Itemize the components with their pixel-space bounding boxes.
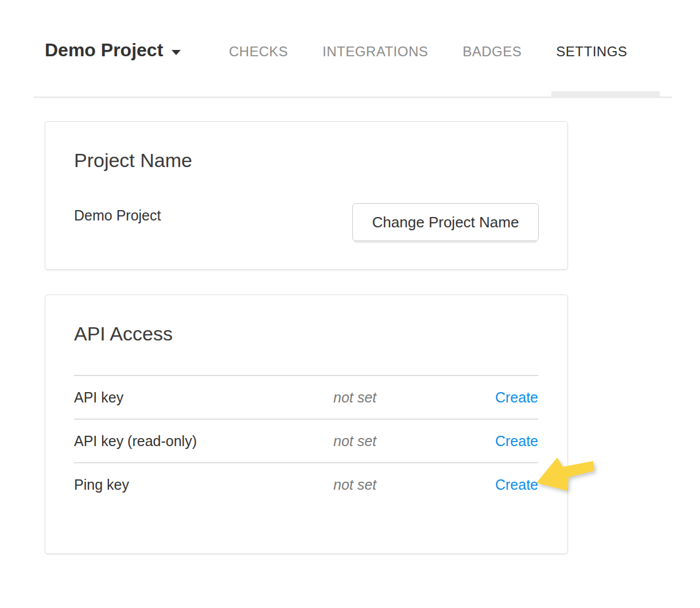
key-label: Ping key bbox=[74, 477, 333, 493]
project-settings-page: Demo Project CHECKSINTEGRATIONSBADGESSET… bbox=[0, 0, 700, 608]
api-access-card-title: API Access bbox=[74, 324, 173, 343]
project-switcher-dropdown[interactable]: Demo Project bbox=[45, 40, 181, 60]
tab-checks[interactable]: CHECKS bbox=[229, 44, 288, 59]
api-access-card: API Access API key not set Create API ke… bbox=[45, 295, 568, 554]
current-project-name: Demo Project bbox=[74, 207, 161, 224]
key-value: not set bbox=[333, 433, 495, 450]
tab-badges[interactable]: BADGES bbox=[462, 44, 522, 59]
project-name-card-title: Project Name bbox=[74, 150, 192, 170]
tab-integrations[interactable]: INTEGRATIONS bbox=[322, 44, 428, 59]
key-value: not set bbox=[333, 389, 495, 406]
tab-settings[interactable]: SETTINGS bbox=[556, 44, 627, 59]
table-row: Ping key not set Create bbox=[74, 462, 538, 506]
create-link-api-key[interactable]: Create bbox=[495, 389, 538, 406]
key-value: not set bbox=[333, 477, 495, 493]
page-title: Demo Project bbox=[45, 40, 163, 60]
create-link-ping-key[interactable]: Create bbox=[495, 477, 538, 493]
table-row: API key not set Create bbox=[74, 375, 538, 419]
table-row: API key (read-only) not set Create bbox=[74, 419, 538, 462]
project-name-card: Project Name Demo Project Change Project… bbox=[45, 121, 568, 270]
caret-down-icon bbox=[172, 50, 181, 55]
key-label: API key (read-only) bbox=[74, 433, 333, 450]
api-access-table: API key not set Create API key (read-onl… bbox=[74, 375, 538, 506]
create-link-api-key-read-only[interactable]: Create bbox=[495, 433, 538, 450]
change-project-name-button[interactable]: Change Project Name bbox=[352, 203, 539, 241]
project-tabs: CHECKSINTEGRATIONSBADGESSETTINGS bbox=[229, 44, 627, 59]
highlight-arrow-icon bbox=[533, 454, 597, 495]
key-label: API key bbox=[74, 389, 333, 406]
header-divider bbox=[34, 96, 672, 98]
